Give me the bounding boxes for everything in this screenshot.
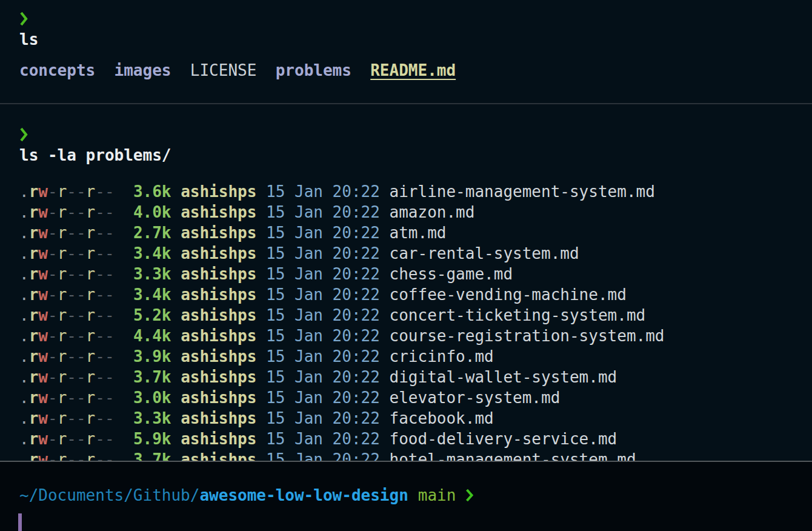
file-row: .rw-r--r-- 3.4k ashishps 15 Jan 20:22 co… — [19, 284, 812, 305]
file-permissions: .rw-r--r-- — [19, 265, 115, 283]
file-name: airline-management-system.md — [390, 182, 655, 201]
file-modified-date: 15 Jan 20:22 — [266, 224, 380, 242]
file-permissions: .rw-r--r-- — [19, 368, 115, 386]
file-modified-date: 15 Jan 20:22 — [266, 347, 380, 366]
file-size: 3.3k — [133, 265, 171, 283]
file-size: 3.3k — [133, 409, 171, 427]
command-text-ls-la: ls -la problems/ — [19, 145, 812, 165]
file-owner: ashishps — [181, 409, 256, 427]
file-name: food-delivery-service.md — [390, 430, 617, 448]
ls-entry-images: images — [115, 61, 171, 79]
file-owner: ashishps — [181, 347, 256, 366]
file-permissions: .rw-r--r-- — [19, 203, 115, 221]
git-branch: main — [418, 486, 456, 504]
file-permissions: .rw-r--r-- — [19, 306, 115, 324]
file-owner: ashishps — [181, 286, 256, 304]
file-row: .rw-r--r-- 3.9k ashishps 15 Jan 20:22 cr… — [19, 346, 812, 367]
file-permissions: .rw-r--r-- — [19, 430, 115, 448]
prompt-chevron-icon — [19, 127, 28, 142]
file-permissions: .rw-r--r-- — [19, 347, 115, 366]
prompt-path-line: ~/Documents/Github/awesome-low-low-desig… — [19, 485, 473, 506]
ls-entry-README.md: README.md — [370, 61, 456, 79]
file-size: 4.4k — [133, 327, 171, 345]
file-permissions: .rw-r--r-- — [19, 224, 115, 242]
ls-entry-problems: problems — [276, 61, 351, 79]
file-modified-date: 15 Jan 20:22 — [266, 306, 380, 324]
file-modified-date: 15 Jan 20:22 — [266, 182, 380, 201]
command-block-1: ls concepts images LICENSE problems READ… — [0, 0, 812, 81]
file-modified-date: 15 Jan 20:22 — [266, 286, 380, 304]
file-row: .rw-r--r-- 4.4k ashishps 15 Jan 20:22 co… — [19, 326, 812, 346]
file-row: .rw-r--r-- 3.4k ashishps 15 Jan 20:22 ca… — [19, 243, 812, 264]
prompt-line — [19, 124, 812, 145]
file-row: .rw-r--r-- 3.7k ashishps 15 Jan 20:22 di… — [19, 367, 812, 387]
file-modified-date: 15 Jan 20:22 — [266, 327, 380, 345]
file-owner: ashishps — [181, 265, 256, 283]
file-size: 3.9k — [133, 347, 171, 366]
file-size: 2.7k — [133, 224, 171, 242]
prompt-footer[interactable]: ~/Documents/Github/awesome-low-low-desig… — [0, 461, 812, 531]
file-owner: ashishps — [181, 430, 256, 448]
ls-output: concepts images LICENSE problems README.… — [19, 60, 812, 81]
text-cursor[interactable] — [18, 513, 22, 531]
file-row: .rw-r--r-- 5.2k ashishps 15 Jan 20:22 co… — [19, 305, 812, 326]
file-size: 3.6k — [133, 182, 171, 201]
file-size: 4.0k — [133, 203, 171, 221]
file-name: car-rental-system.md — [390, 244, 579, 262]
file-owner: ashishps — [181, 182, 256, 201]
file-name: course-registration-system.md — [390, 327, 665, 345]
file-modified-date: 15 Jan 20:22 — [266, 430, 380, 448]
file-owner: ashishps — [181, 244, 256, 262]
file-owner: ashishps — [181, 368, 256, 386]
file-owner: ashishps — [181, 224, 256, 242]
file-permissions: .rw-r--r-- — [19, 244, 115, 262]
file-owner: ashishps — [181, 389, 256, 407]
file-row: .rw-r--r-- 5.9k ashishps 15 Jan 20:22 fo… — [19, 429, 812, 449]
file-modified-date: 15 Jan 20:22 — [266, 244, 380, 262]
file-name: atm.md — [390, 224, 447, 242]
file-row: .rw-r--r-- 4.0k ashishps 15 Jan 20:22 am… — [19, 202, 812, 222]
prompt-chevron-icon — [465, 488, 473, 503]
file-row: .rw-r--r-- 3.6k ashishps 15 Jan 20:22 ai… — [19, 181, 812, 202]
ls-entry-concepts: concepts — [19, 61, 95, 79]
file-size: 5.2k — [133, 306, 171, 324]
file-permissions: .rw-r--r-- — [19, 389, 115, 407]
file-size: 3.0k — [133, 389, 171, 407]
file-modified-date: 15 Jan 20:22 — [266, 265, 380, 283]
file-size: 3.4k — [133, 286, 171, 304]
file-name: elevator-system.md — [390, 389, 561, 407]
prompt-chevron-icon — [19, 11, 28, 27]
file-permissions: .rw-r--r-- — [19, 286, 115, 304]
file-name: facebook.md — [390, 409, 494, 427]
ls-entry-LICENSE: LICENSE — [190, 61, 257, 79]
file-name: cricinfo.md — [390, 347, 494, 366]
file-modified-date: 15 Jan 20:22 — [266, 409, 380, 427]
file-name: amazon.md — [390, 203, 475, 221]
file-name: chess-game.md — [390, 265, 513, 283]
file-row: .rw-r--r-- 3.0k ashishps 15 Jan 20:22 el… — [19, 387, 812, 408]
file-row: .rw-r--r-- 2.7k ashishps 15 Jan 20:22 at… — [19, 222, 812, 243]
file-modified-date: 15 Jan 20:22 — [266, 203, 380, 221]
file-modified-date: 15 Jan 20:22 — [266, 389, 380, 407]
file-row: .rw-r--r-- 3.3k ashishps 15 Jan 20:22 fa… — [19, 408, 812, 429]
file-modified-date: 15 Jan 20:22 — [266, 368, 380, 386]
file-name: coffee-vending-machine.md — [390, 286, 627, 304]
prompt-line — [19, 8, 812, 29]
file-name: concert-ticketing-system.md — [390, 306, 646, 324]
file-size: 3.7k — [133, 368, 171, 386]
file-size: 5.9k — [133, 430, 171, 448]
file-size: 3.4k — [133, 244, 171, 262]
file-owner: ashishps — [181, 203, 256, 221]
repo-name: awesome-low-low-design — [199, 486, 408, 504]
file-name: digital-wallet-system.md — [390, 368, 617, 386]
command-text-ls: ls — [19, 29, 812, 50]
command-block-2: ls -la problems/ .rw-r--r-- 3.6k ashishp… — [0, 104, 812, 470]
file-permissions: .rw-r--r-- — [19, 182, 115, 201]
terminal-window[interactable]: ls concepts images LICENSE problems READ… — [0, 0, 812, 531]
file-permissions: .rw-r--r-- — [19, 327, 115, 345]
file-owner: ashishps — [181, 327, 256, 345]
file-owner: ashishps — [181, 306, 256, 324]
cwd-path: ~/Documents/Github/ — [19, 486, 199, 504]
file-row: .rw-r--r-- 3.3k ashishps 15 Jan 20:22 ch… — [19, 264, 812, 284]
file-permissions: .rw-r--r-- — [19, 409, 115, 427]
